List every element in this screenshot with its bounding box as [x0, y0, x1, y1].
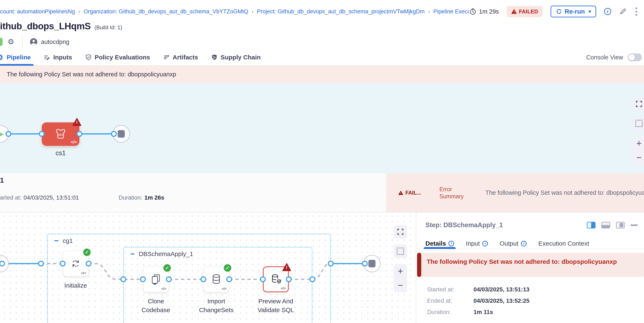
pipeline-execution-screen: count: automationPipelinesNg › Organizat…	[0, 0, 644, 323]
console-view-toggle[interactable]	[628, 53, 642, 61]
breadcrumb-account[interactable]: count: automationPipelinesNg	[0, 8, 75, 15]
panel-tab-output[interactable]: Output i	[500, 238, 526, 248]
layout-split-right-icon[interactable]	[587, 222, 596, 228]
link-port	[38, 261, 44, 266]
detail-value: 04/03/2025, 13:52:25	[474, 297, 530, 304]
duration-label: Duration:	[118, 194, 142, 201]
breadcrumb-organization[interactable]: Organization: Github_db_devops_aut_db_sc…	[84, 8, 248, 15]
stage-node-label: cs1	[56, 149, 66, 157]
step-node-clone-codebase[interactable]: ✓ </>	[143, 266, 169, 292]
info-icon[interactable]: i	[604, 8, 611, 15]
exclamation-glyph: !	[72, 120, 82, 125]
link-port	[286, 276, 292, 282]
top-actions: 1m 29s FAILED Re-run ▾ i	[469, 6, 638, 17]
step-failed-badge: !	[282, 263, 291, 271]
panel-tab-input[interactable]: Input i	[466, 238, 488, 248]
step-label-clone-codebase: CloneCodebase	[142, 297, 170, 314]
breadcrumb-project[interactable]: Project: Github_db_devops_aut_db_schema_…	[257, 8, 424, 15]
step-node-initialize[interactable]: ✓ </>	[63, 251, 88, 276]
divider	[22, 35, 22, 48]
info-icon[interactable]: i	[448, 241, 454, 246]
link-port	[6, 131, 11, 137]
panel-tab-details[interactable]: Details i	[426, 238, 454, 248]
link-port	[86, 261, 92, 266]
step-node-import-changesets[interactable]: ✓ </>	[203, 266, 229, 292]
detail-row-duration: Duration: 1m 11s	[427, 309, 644, 315]
tab-inputs[interactable]: Inputs	[44, 49, 72, 65]
triggered-by-user: autocdpng	[30, 38, 69, 46]
tab-pipeline-label: Pipeline	[7, 54, 31, 61]
info-icon[interactable]: i	[482, 241, 488, 246]
stage-node-cs1[interactable]: </> </> !	[42, 122, 80, 146]
selection-tool-button[interactable]	[394, 244, 407, 258]
top-bar: count: automationPipelinesNg › Organizat…	[0, 0, 644, 21]
detail-row-started: Started at: 04/03/2025, 13:51:13	[427, 286, 644, 293]
step-graph-canvas[interactable]: − cg1 − DBSchemaApply_1 ▶	[0, 213, 416, 323]
started-at-value: 04/03/2025, 13:51:01	[24, 194, 79, 201]
detail-label: Started at:	[427, 286, 474, 293]
link-port	[260, 276, 266, 282]
info-icon[interactable]: i	[521, 241, 526, 246]
breadcrumb-pipeline-executions[interactable]: Pipeline Executions	[433, 8, 470, 15]
tab-policy-evaluations-label: Policy Evaluations	[95, 54, 150, 61]
detail-label: Duration:	[427, 309, 474, 315]
step-node-preview-validate-sql[interactable]: ! </>	[263, 266, 289, 292]
link-port	[76, 131, 82, 137]
link-port	[310, 276, 315, 282]
panel-error-message: The following Policy Set was not adhered…	[417, 253, 623, 277]
panel-tab-execution-context-label: Execution Context	[538, 240, 589, 247]
panel-tabs: Details i Input i Output i Execution Con…	[416, 229, 644, 249]
layout-floating-icon[interactable]	[616, 222, 625, 228]
build-id: (Build Id: 1)	[94, 24, 122, 31]
tab-policy-evaluations[interactable]: Policy Evaluations	[85, 49, 150, 65]
code-mark: </>	[161, 287, 166, 291]
stage-error-strip: FAIL... Error Summary The following Poli…	[386, 173, 644, 212]
selection-icon	[636, 120, 642, 127]
tab-artifacts[interactable]: Artifacts	[163, 49, 198, 65]
tab-supply-chain-label: Supply Chain	[221, 54, 261, 61]
policy-warning-text: The following Policy Set was not adhered…	[7, 71, 176, 78]
fullscreen-button[interactable]	[394, 225, 407, 238]
zoom-in-button[interactable]: +	[394, 264, 407, 278]
panel-tab-details-label: Details	[426, 240, 446, 247]
link-port	[120, 276, 126, 282]
username: autocdpng	[41, 39, 69, 45]
status-badge-label: FAILED	[519, 9, 538, 15]
chevron-right-icon: ›	[252, 8, 254, 15]
code-mark: </>	[281, 286, 286, 290]
panel-tab-output-label: Output	[500, 240, 518, 247]
chevron-right-icon: ›	[78, 8, 80, 15]
link-port	[39, 131, 45, 137]
inputs-icon	[44, 54, 50, 61]
stage-graph-canvas[interactable]: ▶ </> </> ! cs1 + −	[0, 83, 644, 173]
stop-square-icon	[368, 260, 376, 267]
stage-times: arted at: 04/03/2025, 13:51:01 Duration:…	[0, 194, 164, 201]
panel-detail-rows: Started at: 04/03/2025, 13:51:13 Ended a…	[416, 277, 644, 315]
link-port	[166, 276, 172, 282]
selection-tool-button[interactable]	[632, 117, 644, 130]
execution-tabs: ⚙ Pipeline Inputs Policy Evaluations Art…	[0, 49, 644, 66]
zoom-out-button[interactable]: −	[632, 150, 644, 165]
zoom-in-button[interactable]: +	[632, 136, 644, 150]
detail-label: Ended at:	[427, 297, 474, 304]
zoom-out-button[interactable]: −	[394, 278, 407, 292]
edit-pencil-icon[interactable]	[619, 8, 627, 15]
tab-supply-chain[interactable]: Supply Chain	[211, 49, 261, 65]
gear-icon[interactable]: ⚙	[8, 38, 14, 46]
link-port	[362, 261, 368, 266]
play-icon: ▶	[0, 130, 4, 138]
fullscreen-button[interactable]	[632, 97, 644, 111]
minimize-panel-button[interactable]	[631, 224, 638, 226]
rerun-button[interactable]: Re-run ▾	[550, 6, 596, 17]
shield-check-icon	[85, 54, 92, 61]
panel-tab-execution-context[interactable]: Execution Context	[538, 238, 589, 248]
more-options-kebab-icon[interactable]	[634, 7, 638, 17]
caret-down-icon: ▾	[589, 9, 591, 14]
breadcrumb: count: automationPipelinesNg › Organizat…	[0, 8, 469, 15]
fail-mini-label: FAIL...	[405, 190, 421, 196]
fail-mini-badge: FAIL...	[398, 190, 421, 196]
clock-icon	[469, 8, 476, 15]
layout-split-bottom-icon[interactable]	[601, 222, 610, 228]
tab-pipeline[interactable]: ⚙ Pipeline	[0, 49, 31, 65]
stage-failed-badge: !	[72, 118, 82, 126]
